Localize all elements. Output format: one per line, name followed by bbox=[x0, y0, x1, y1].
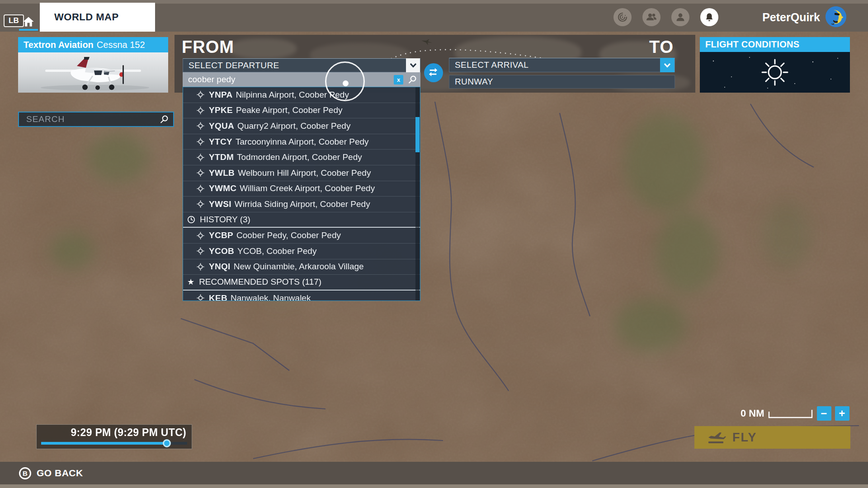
waypoint-icon bbox=[197, 247, 204, 255]
waypoint-icon bbox=[197, 263, 204, 271]
waypoint-icon bbox=[197, 122, 204, 130]
go-back-label: GO BACK bbox=[37, 468, 83, 479]
waypoint-icon bbox=[197, 107, 204, 114]
banana-avatar-icon bbox=[826, 6, 846, 27]
search-submit-button[interactable] bbox=[408, 75, 417, 84]
results-scrollbar[interactable] bbox=[415, 87, 420, 300]
airport-result[interactable]: YWMCWilliam Creek Airport, Coober Pedy bbox=[183, 181, 420, 197]
notifications-button[interactable] bbox=[700, 8, 718, 26]
group-icon bbox=[646, 12, 657, 22]
clock-icon bbox=[187, 216, 195, 224]
magnifier-icon bbox=[408, 75, 417, 84]
time-label: 9:29 PM (9:29 PM UTC) bbox=[71, 427, 186, 439]
airport-result[interactable]: YCOBYCOB, Coober Pedy bbox=[183, 244, 420, 259]
zoom-out-button[interactable]: − bbox=[817, 406, 831, 421]
airport-result[interactable]: YNPANilpinna Airport, Coober Pedy bbox=[183, 87, 420, 103]
aircraft-model: Cessna 152 bbox=[97, 40, 145, 50]
to-label: TO bbox=[649, 38, 674, 57]
airport-result[interactable]: YWLBWelbourn Hill Airport, Coober Pedy bbox=[183, 165, 420, 181]
arrival-dropdown-button[interactable] bbox=[660, 58, 675, 72]
airport-result[interactable]: YTCYTarcoonyinna Airport, Coober Pedy bbox=[183, 134, 420, 150]
aircraft-image bbox=[18, 52, 168, 93]
map-scale-label: 0 NM bbox=[741, 408, 764, 419]
map-scale-group: 0 NM − + bbox=[741, 404, 849, 422]
airport-result[interactable]: YTDMTodmorden Airport, Coober Pedy bbox=[183, 150, 420, 165]
waypoint-icon bbox=[197, 91, 204, 99]
home-button[interactable] bbox=[20, 15, 37, 28]
swap-departure-arrival-button[interactable] bbox=[424, 63, 443, 82]
go-back-button[interactable]: B GO BACK bbox=[19, 467, 83, 479]
from-label: FROM bbox=[182, 38, 234, 57]
waypoint-icon bbox=[197, 154, 204, 161]
select-arrival-dropdown[interactable]: SELECT ARRIVAL bbox=[449, 58, 675, 72]
select-departure-label: SELECT DEPARTURE bbox=[189, 61, 279, 70]
swap-arrows-icon bbox=[428, 68, 439, 78]
radar-icon bbox=[617, 12, 628, 23]
waypoint-icon bbox=[197, 294, 204, 301]
departure-search-row: x bbox=[183, 72, 420, 87]
airport-result[interactable]: YWSIWirrida Siding Airport, Coober Pedy bbox=[183, 197, 420, 212]
aircraft-card-header: Textron Aviation Cessna 152 bbox=[18, 37, 168, 52]
active-tab-indicator bbox=[19, 29, 38, 31]
vr-mode-button[interactable] bbox=[613, 8, 632, 26]
airport-result[interactable]: YNQINew Quinambie, Arkaroola Village bbox=[183, 259, 420, 275]
person-icon bbox=[675, 12, 685, 22]
select-arrival-label: SELECT ARRIVAL bbox=[455, 60, 528, 70]
home-icon bbox=[23, 16, 34, 27]
clear-search-button[interactable]: x bbox=[394, 75, 403, 84]
flight-conditions-header: FLIGHT CONDITIONS bbox=[700, 37, 850, 52]
sun-icon bbox=[762, 60, 788, 85]
aircraft-card[interactable]: Textron Aviation Cessna 152 bbox=[18, 37, 168, 93]
results-scrollbar-thumb[interactable] bbox=[415, 117, 420, 152]
list-section-history: HISTORY (3) bbox=[183, 212, 420, 228]
multiplayer-button[interactable] bbox=[642, 8, 660, 26]
flight-conditions-preview bbox=[700, 52, 850, 93]
runway-label: RUNWAY bbox=[455, 77, 493, 87]
search-icon bbox=[160, 115, 169, 124]
waypoint-icon bbox=[197, 169, 204, 177]
runway-field[interactable]: RUNWAY bbox=[449, 75, 675, 89]
departure-dropdown-button[interactable] bbox=[406, 58, 420, 72]
bottom-edge-strip bbox=[0, 484, 868, 488]
profile-button[interactable] bbox=[671, 8, 689, 26]
controller-b-icon: B bbox=[19, 467, 31, 479]
airport-result[interactable]: YQUAQuarry2 Airport, Coober Pedy bbox=[183, 118, 420, 134]
departure-results-list: YNPANilpinna Airport, Coober Pedy YPKEPe… bbox=[183, 87, 420, 301]
username[interactable]: PeterQuirk bbox=[762, 8, 820, 26]
zoom-in-button[interactable]: + bbox=[835, 406, 849, 421]
chevron-down-icon bbox=[664, 63, 671, 68]
list-section-recommended: ★ RECOMMENDED SPOTS (117) bbox=[183, 275, 420, 291]
chevron-down-icon bbox=[410, 63, 417, 68]
takeoff-plane-icon bbox=[707, 430, 726, 445]
bell-icon bbox=[704, 12, 714, 22]
top-bar: LB WORLD MAP PeterQuirk bbox=[0, 0, 868, 32]
waypoint-icon bbox=[197, 200, 204, 208]
select-departure-dropdown[interactable]: SELECT DEPARTURE bbox=[183, 58, 420, 72]
bottom-bar: B GO BACK bbox=[0, 462, 868, 484]
airport-result[interactable]: YCBPCoober Pedy, Coober Pedy bbox=[183, 228, 420, 244]
fly-button[interactable]: FLY bbox=[694, 426, 850, 449]
tab-world-map-label: WORLD MAP bbox=[54, 11, 119, 23]
airport-result[interactable]: YPKEPeake Airport, Coober Pedy bbox=[183, 103, 420, 119]
avatar[interactable] bbox=[826, 6, 846, 27]
star-icon: ★ bbox=[187, 277, 194, 287]
scale-ruler-icon bbox=[768, 408, 813, 419]
aircraft-brand: Textron Aviation bbox=[24, 40, 94, 50]
map-search-box bbox=[18, 112, 174, 127]
tab-world-map[interactable]: WORLD MAP bbox=[40, 3, 155, 32]
waypoint-icon bbox=[197, 185, 204, 192]
waypoint-icon bbox=[197, 232, 204, 239]
waypoint-icon bbox=[197, 138, 204, 145]
cursor-indicator-dot bbox=[343, 80, 349, 86]
map-search-input[interactable] bbox=[19, 114, 160, 124]
airport-result[interactable]: KEBNanwalek, Nanwalek bbox=[183, 291, 420, 301]
fly-button-label: FLY bbox=[732, 431, 757, 445]
flight-conditions-panel[interactable]: FLIGHT CONDITIONS bbox=[700, 37, 850, 93]
time-slider[interactable] bbox=[41, 442, 187, 445]
time-of-day-panel: 9:29 PM (9:29 PM UTC) bbox=[36, 424, 192, 449]
time-slider-fill bbox=[41, 442, 167, 445]
time-slider-thumb[interactable] bbox=[163, 439, 171, 447]
